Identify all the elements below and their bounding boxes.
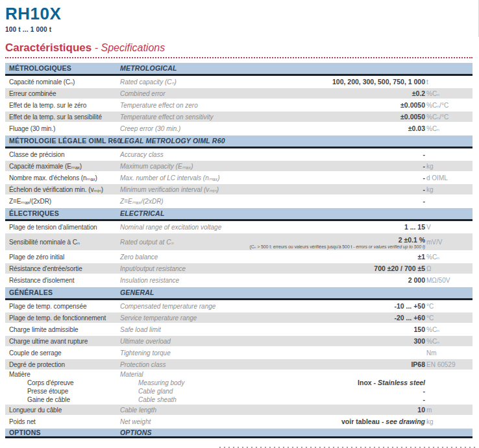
row-value-text: 10 (417, 406, 425, 414)
spec-row: Classe de précisionAccuracy class- (5, 148, 473, 160)
row-label-fr: Plage de zéro initial (9, 253, 64, 260)
row-value: 10 (417, 406, 425, 414)
row-unit: EN 60529 (426, 360, 455, 368)
row-value: - (423, 150, 426, 158)
spec-row: Plage de temp. compenséeCompensated temp… (5, 300, 473, 312)
row-label-fr: Corps d'épreuve (27, 379, 74, 386)
row-value-text: ±1 (417, 253, 425, 261)
row-unit: %Cₙ (426, 89, 439, 97)
row-value-text: - (423, 162, 426, 170)
row-label-en: Insulation resistance (120, 276, 179, 283)
row-label-fr: Nombre max. d'échelons (nₘₐₓ) (9, 174, 97, 181)
row-value-text: - (423, 395, 426, 403)
row-value-text: 1 ... 15 (404, 223, 425, 231)
row-label-en: Cable sheath (138, 396, 177, 403)
row-value: -10 ... +50 (394, 302, 425, 310)
spec-row: Fluage (30 min.)Creep error (30 min.)±0.… (5, 123, 473, 134)
row-unit: %Cₙ (426, 325, 439, 333)
section-title-en: OPTIONS (120, 429, 152, 436)
section-title-fr: ÉLECTRIQUES (9, 209, 59, 217)
row-label-en: Compensated temperature range (120, 302, 215, 309)
note-text-fr: (Cₙ > 500 t: erreurs ou valeurs vérifiée… (249, 244, 356, 249)
row-label-fr: Capacité nominale (Cₙ) (9, 78, 75, 85)
row-value: ±0.0050 (400, 101, 425, 109)
row-value-text: -10 ... +50 (394, 302, 425, 310)
row-value: - (423, 395, 426, 403)
row-label-fr: Couple de serrage (9, 349, 62, 356)
row-value-text: - (423, 150, 426, 158)
section-header: MÉTROLOGIQUESMETROLOGICAL (5, 63, 473, 76)
row-value: IP68 (411, 360, 425, 368)
row-label-fr: Matière (9, 371, 31, 378)
row-label-en: Temperature effect on zero (120, 101, 198, 108)
row-value: 1 ... 15 (404, 223, 425, 231)
row-value-text: ±0.2 (412, 89, 425, 97)
spec-row: Résistance d'isolementInsulation resista… (5, 274, 473, 286)
spec-table: MÉTROLOGIQUESMETROLOGICALCapacité nomina… (5, 63, 473, 438)
row-label-en: Ultimate overload (120, 337, 171, 344)
row-value: 300 (413, 337, 425, 345)
row-label-en: Rated capacity (Cₙ) (120, 78, 177, 85)
section-header: ÉLECTRIQUESELECTRICAL (5, 208, 473, 221)
spec-row: Nombre max. d'échelons (nₘₐₓ)Max. number… (5, 172, 473, 183)
section-title-en: METROLOGICAL (120, 64, 177, 72)
row-value-text: - (423, 185, 426, 193)
row-value-text: ±0.0050 (400, 113, 425, 121)
row-label-en: Max. number of LC intervals (nₘₐₓ) (120, 174, 220, 181)
row-value: - (423, 197, 426, 205)
row-value-text: IP68 (411, 360, 425, 368)
spec-row: Presse étoupeCable gland- (5, 387, 473, 395)
row-label-fr: Presse étoupe (27, 388, 68, 395)
row-value: 100, 200, 300, 500, 750, 1 000 (332, 78, 425, 86)
spec-row: Poids netNet weightvoir tableau - see dr… (5, 416, 473, 427)
row-value-text: 2 000 (408, 276, 425, 284)
row-label-en: Temperature effect on sensitivity (120, 113, 214, 120)
spec-row: MatièreMaterial (5, 370, 473, 379)
row-value-text: 150 (413, 325, 425, 333)
spec-row: Degré de protectionProtection classIP68E… (5, 359, 473, 370)
row-label-fr: Charge limite admissible (9, 325, 79, 333)
row-label-fr: Sensibilité nominale à Cₙ (9, 238, 80, 245)
row-unit: Nm (426, 349, 437, 356)
spec-section: OPTIONSOPTIONS (5, 429, 473, 438)
spec-row: Plage de tension d'alimentationNominal r… (5, 221, 473, 233)
row-value-italic: Stainless steel (378, 379, 425, 386)
row-label-en: Protection class (120, 360, 166, 368)
row-value: 700 ±20 / 700 ±5 (374, 265, 425, 272)
row-value-text: - (423, 174, 426, 182)
spec-row: Z=Eₘₐₓ/(2xDR)Z=Eₘₐₓ/(2xDR)- (5, 195, 473, 207)
row-value-text: 100, 200, 300, 500, 750, 1 000 (332, 78, 425, 86)
row-value: 2 000 (408, 276, 425, 284)
spec-section: GÉNÉRALESGENERALPlage de temp. compensée… (5, 287, 473, 427)
section-title-fr: OPTIONS (9, 429, 41, 436)
row-value: - (423, 387, 426, 395)
row-label-fr: Gaine de câble (27, 396, 70, 403)
row-value: 2 ±0.1 %(Cₙ > 500 t: erreurs ou valeurs … (249, 236, 425, 250)
section-title-en: ELECTRICAL (120, 209, 165, 217)
spec-row: Sensibilité nominale à CₙRated output at… (5, 233, 473, 251)
spec-row: Erreur combinéeCombined error±0.2%Cₙ (5, 88, 473, 99)
row-value: ±0.0050 (400, 113, 425, 121)
row-unit: t (426, 78, 428, 85)
row-label-fr: Poids net (9, 418, 36, 425)
row-value-text: 700 ±20 / 700 ±5 (374, 265, 425, 272)
row-value-text: - (423, 197, 426, 205)
spec-row: Effet de la temp. sur le zéroTemperature… (5, 99, 473, 111)
row-label-en: Cable gland (138, 388, 173, 395)
row-label-fr: Charge ultime avant rupture (9, 337, 88, 344)
row-value-text: -20 ... +60 (394, 314, 425, 322)
row-label-en: Creep error (30 min.) (120, 124, 180, 132)
row-value-text: voir tableau - (341, 418, 386, 425)
row-label-en: Zero balance (120, 253, 158, 260)
dotted-rule (5, 56, 473, 58)
row-value: ±0.2 (412, 89, 425, 97)
row-unit: °C (426, 302, 434, 309)
row-label-en: Z=Eₘₐₓ/(2xDR) (120, 197, 164, 204)
note-text-en: errors or values verified up to 500 t) (356, 244, 425, 249)
row-label-fr: Échelon de vérification min. (vₘᵢₙ) (9, 185, 103, 193)
spec-row: Charge ultime avant ruptureUltimate over… (5, 335, 473, 347)
row-label-en: Combined error (120, 89, 165, 97)
spec-row: Plage de zéro initialZero balance±1%Cₙ (5, 251, 473, 263)
row-value: ±1 (417, 253, 425, 261)
row-note: (Cₙ > 500 t: erreurs ou valeurs vérifiée… (249, 244, 425, 250)
